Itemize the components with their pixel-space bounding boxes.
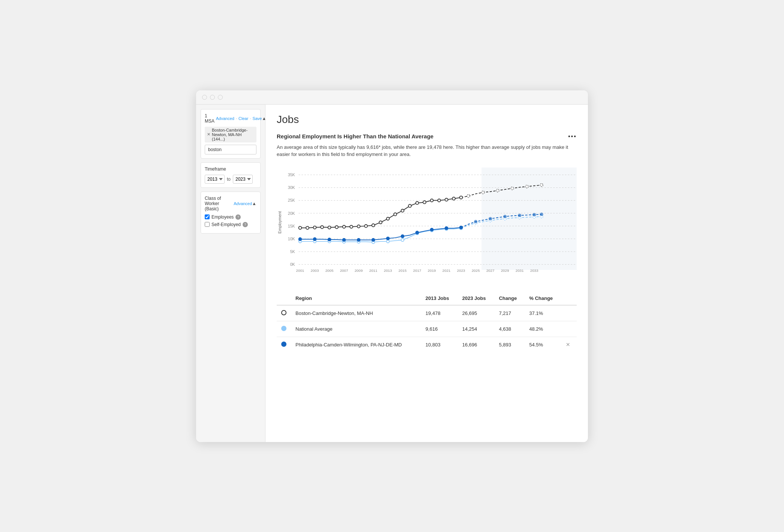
save-link[interactable]: Save [252,116,262,121]
svg-point-54 [438,199,441,202]
legend-dot-philly [281,342,286,347]
svg-point-39 [328,226,331,229]
msa-collapse-icon[interactable]: ▲ [262,116,265,121]
self-employed-help-icon[interactable]: ? [243,222,248,227]
jobs-2013-cell: 19,478 [421,305,458,321]
more-options-button[interactable]: ••• [568,133,577,140]
svg-text:2029: 2029 [501,268,509,272]
legend-cell-boston [277,305,291,321]
change-cell: 4,638 [495,321,525,337]
svg-point-42 [350,225,353,228]
employees-row: Employees ? [205,214,256,220]
remove-row-cell: ✕ [561,337,577,352]
svg-text:35K: 35K [288,172,295,177]
page-title: Jobs [277,114,577,126]
th-jobs-2023: 2023 Jobs [458,292,495,305]
timeframe-section: Timeframe 2013 2001200220032004 20052006… [201,162,261,188]
region-search-input[interactable] [205,145,256,154]
from-year-select[interactable]: 2013 2001200220032004 2005200620072008 2… [205,175,225,184]
msa-section: 1 MSA Advanced · Clear · Save ▲ ✕ Boston… [201,109,261,159]
chart-container: 35K 30K 25K 20K 15K 10K 5K 0K Employment… [277,164,577,284]
th-pct-change: % Change [525,292,561,305]
browser-dot-2 [210,95,215,100]
class-of-worker-section: Class of Worker (Basic) Advanced ▲ Emplo… [201,192,261,234]
pct-change-cell: 48.2% [525,321,561,337]
svg-text:2003: 2003 [311,268,319,272]
advanced-link[interactable]: Advanced [216,116,234,121]
legend-dot-national [281,326,286,331]
svg-point-59 [481,191,484,194]
svg-text:2023: 2023 [457,268,465,272]
svg-point-82 [299,238,302,241]
to-year-select[interactable]: 2023 2015201620172018 2019202020212022 2… [233,175,253,184]
region-cell: National Average [291,321,421,337]
employees-help-icon[interactable]: ? [235,214,241,220]
employees-label[interactable]: Employees [211,214,234,220]
employees-checkbox[interactable] [205,214,210,219]
svg-text:2017: 2017 [413,268,421,272]
self-employed-checkbox[interactable] [205,222,210,227]
svg-text:2015: 2015 [399,268,407,272]
svg-text:2019: 2019 [428,268,436,272]
svg-point-48 [394,213,397,216]
svg-text:0K: 0K [290,262,295,267]
svg-point-37 [313,226,316,229]
svg-point-51 [416,201,419,204]
svg-text:30K: 30K [288,185,295,190]
change-cell: 5,893 [495,337,525,352]
jobs-2023-cell: 14,254 [458,321,495,337]
svg-point-89 [401,235,404,238]
clear-link[interactable]: Clear [238,116,248,121]
svg-point-50 [408,204,411,207]
svg-text:5K: 5K [290,249,295,254]
svg-point-62 [525,185,528,188]
svg-text:2007: 2007 [340,268,348,272]
svg-point-90 [416,231,419,234]
remove-region-icon[interactable]: ✕ [207,132,210,137]
svg-point-92 [445,226,448,229]
svg-text:10K: 10K [288,236,295,241]
table-header: Region 2013 Jobs 2023 Jobs Change % Chan… [277,292,577,305]
jobs-2023-cell: 16,696 [458,337,495,352]
self-employed-label[interactable]: Self-Employed [211,222,241,227]
svg-point-35 [299,226,302,229]
selected-region-tag: ✕ Boston-Cambridge-Newton, MA-NH (144...… [205,127,256,142]
svg-point-71 [401,238,404,241]
svg-point-40 [335,225,338,228]
svg-point-41 [343,225,346,228]
browser-titlebar [196,90,588,105]
legend-dot-boston [281,310,286,315]
remove-philly-button[interactable]: ✕ [566,342,570,348]
svg-point-88 [387,237,390,240]
class-title: Class of Worker (Basic) [205,196,234,211]
class-advanced-link[interactable]: Advanced [234,201,252,206]
browser-dot-3 [218,95,223,100]
to-label: to [227,177,231,182]
region-tag-label: Boston-Cambridge-Newton, MA-NH (144...) [212,128,254,141]
th-region: Region [291,292,421,305]
svg-point-70 [387,240,390,243]
table-body: Boston-Cambridge-Newton, MA-NH 19,478 26… [277,305,577,352]
self-employed-row: Self-Employed ? [205,222,256,227]
browser-window: 1 MSA Advanced · Clear · Save ▲ ✕ Boston… [196,90,588,442]
svg-point-98 [533,213,536,216]
svg-point-56 [452,197,455,200]
svg-point-93 [460,226,463,229]
data-table: Region 2013 Jobs 2023 Jobs Change % Chan… [277,292,577,352]
chart-header: Regional Employment Is Higher Than the N… [277,133,577,140]
jobs-2013-cell: 9,616 [421,321,458,337]
sidebar: 1 MSA Advanced · Clear · Save ▲ ✕ Boston… [196,105,265,442]
chart-section: Regional Employment Is Higher Than the N… [277,133,577,352]
svg-point-43 [357,225,360,228]
class-collapse-icon[interactable]: ▲ [252,201,256,206]
svg-point-46 [379,221,382,224]
svg-point-86 [357,238,360,241]
browser-content: 1 MSA Advanced · Clear · Save ▲ ✕ Boston… [196,105,588,442]
svg-point-63 [540,183,543,186]
svg-text:2009: 2009 [355,268,363,272]
svg-text:2001: 2001 [296,268,304,272]
svg-point-60 [496,189,499,192]
table-row: Philadelphia-Camden-Wilmington, PA-NJ-DE… [277,337,577,352]
th-jobs-2013: 2013 Jobs [421,292,458,305]
svg-point-47 [387,217,390,220]
